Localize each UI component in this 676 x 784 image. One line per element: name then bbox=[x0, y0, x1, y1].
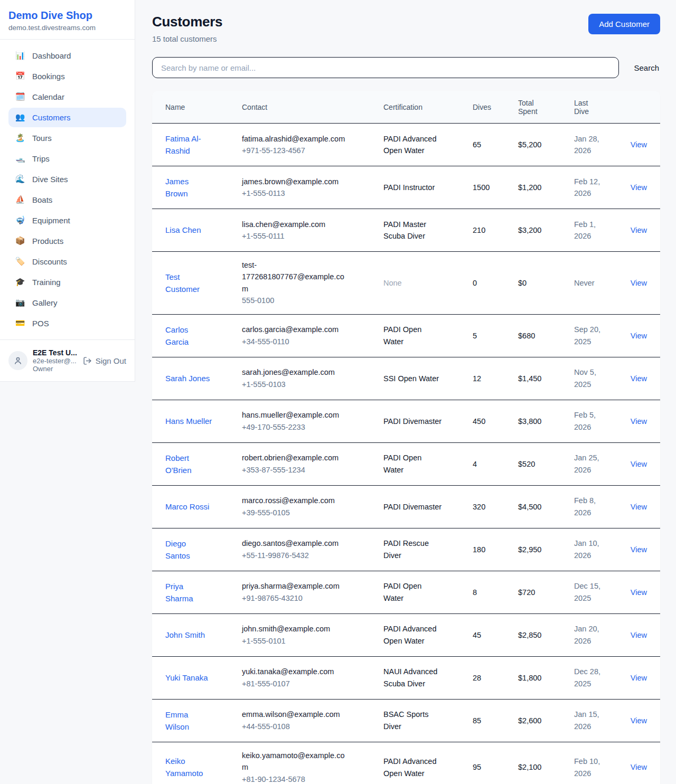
dives-cell: 180 bbox=[473, 536, 518, 563]
graduation-cap-icon: 🎓 bbox=[15, 278, 25, 286]
view-customer-link[interactable]: View bbox=[631, 279, 647, 287]
customer-name-link[interactable]: Sarah Jones bbox=[165, 372, 210, 384]
name-cell: Diego Santos bbox=[165, 530, 242, 570]
sidebar-item-label: Customers bbox=[32, 113, 71, 122]
name-cell: Fatima Al-Rashid bbox=[165, 125, 242, 165]
sidebar-item-boats[interactable]: ⛵Boats bbox=[8, 190, 126, 210]
total-spent-cell: $5,200 bbox=[518, 131, 574, 158]
sidebar-item-calendar[interactable]: 🗓️Calendar bbox=[8, 87, 126, 107]
search-button[interactable]: Search bbox=[633, 60, 660, 75]
customer-name-link[interactable]: Test Customer bbox=[165, 271, 212, 296]
view-customer-link[interactable]: View bbox=[631, 631, 647, 639]
view-customer-link[interactable]: View bbox=[631, 374, 647, 383]
customer-name-link[interactable]: Marco Rossi bbox=[165, 500, 209, 513]
certification-cell: PADI Divemaster bbox=[383, 408, 473, 434]
total-spent-cell: $2,850 bbox=[518, 622, 574, 648]
view-customer-link[interactable]: View bbox=[631, 417, 647, 426]
customer-name-link[interactable]: Robert O'Brien bbox=[165, 452, 212, 477]
customer-name-link[interactable]: Diego Santos bbox=[165, 537, 212, 562]
table-row: Keiko Yamamotokeiko.yamamoto@example.com… bbox=[152, 742, 660, 784]
view-cell: View bbox=[630, 494, 647, 520]
sidebar-item-bookings[interactable]: 📅Bookings bbox=[8, 67, 126, 86]
sidebar-item-tours[interactable]: 🏝️Tours bbox=[8, 128, 126, 148]
user-footer: E2E Test U... e2e-tester@... Owner Sign … bbox=[0, 339, 135, 381]
customer-name-link[interactable]: John Smith bbox=[165, 629, 205, 641]
customer-phone: +1-555-0103 bbox=[242, 379, 375, 390]
motorboat-icon: 🛥️ bbox=[15, 155, 25, 163]
customer-name-link[interactable]: Fatima Al-Rashid bbox=[165, 133, 212, 157]
last-dive-value: Feb 10, 2026 bbox=[574, 755, 608, 779]
view-customer-link[interactable]: View bbox=[631, 460, 647, 468]
table-row: Fatima Al-Rashidfatima.alrashid@example.… bbox=[152, 124, 660, 166]
customer-email: sarah.jones@example.com bbox=[242, 366, 335, 378]
view-customer-link[interactable]: View bbox=[631, 503, 647, 511]
customer-email: diego.santos@example.com bbox=[242, 537, 339, 549]
sidebar-item-discounts[interactable]: 🏷️Discounts bbox=[8, 252, 126, 271]
view-cell: View bbox=[630, 754, 647, 780]
dives-cell: 5 bbox=[473, 323, 518, 349]
certification-cell: PADI Open Water bbox=[383, 573, 473, 611]
total-spent-cell: $2,950 bbox=[518, 536, 574, 563]
customer-email: carlos.garcia@example.com bbox=[242, 324, 339, 335]
sidebar-item-dashboard[interactable]: 📊Dashboard bbox=[8, 46, 126, 65]
customer-name-link[interactable]: Carlos Garcia bbox=[165, 324, 212, 348]
sign-out-button[interactable]: Sign Out bbox=[83, 356, 126, 365]
sidebar-item-gallery[interactable]: 📷Gallery bbox=[8, 293, 126, 313]
person-icon bbox=[13, 356, 23, 365]
last-dive-value: Jan 28, 2026 bbox=[574, 133, 608, 157]
customer-name-link[interactable]: Keiko Yamamoto bbox=[165, 755, 212, 780]
sidebar-item-customers[interactable]: 👥Customers bbox=[8, 108, 126, 127]
last-dive-value: Feb 5, 2026 bbox=[574, 409, 608, 433]
customer-phone: +1-555-0101 bbox=[242, 635, 375, 647]
last-dive-value: Never bbox=[574, 277, 595, 289]
certification-value: PADI Advanced Open Water bbox=[383, 623, 444, 647]
customer-name-link[interactable]: Emma Wilson bbox=[165, 709, 212, 733]
view-customer-link[interactable]: View bbox=[631, 588, 647, 597]
total-spent-cell: $520 bbox=[518, 451, 574, 477]
customer-name-link[interactable]: James Brown bbox=[165, 175, 212, 200]
view-customer-link[interactable]: View bbox=[631, 674, 647, 682]
view-customer-link[interactable]: View bbox=[631, 545, 647, 554]
customer-name-link[interactable]: Priya Sharma bbox=[165, 580, 212, 605]
last-dive-value: Dec 28, 2025 bbox=[574, 666, 608, 689]
view-customer-link[interactable]: View bbox=[631, 226, 647, 234]
app-root: Demo Dive Shop demo.test.divestreams.com… bbox=[0, 0, 676, 784]
sidebar-item-dive-sites[interactable]: 🌊Dive Sites bbox=[8, 169, 126, 189]
view-customer-link[interactable]: View bbox=[631, 332, 647, 340]
add-customer-button[interactable]: Add Customer bbox=[588, 14, 660, 34]
search-input[interactable] bbox=[152, 57, 619, 78]
title-block: Customers 15 total customers bbox=[152, 14, 222, 43]
contact-cell: james.brown@example.com+1-555-0113 bbox=[242, 168, 383, 207]
last-dive-cell: Jan 28, 2026 bbox=[574, 126, 630, 164]
view-customer-link[interactable]: View bbox=[631, 763, 647, 771]
column-header-actions bbox=[630, 97, 647, 118]
certification-value: PADI Open Water bbox=[383, 452, 444, 476]
table-row: Robert O'Brienrobert.obrien@example.com+… bbox=[152, 443, 660, 486]
total-spent-cell: $0 bbox=[518, 270, 574, 296]
customer-phone: +81-90-1234-5678 bbox=[242, 773, 375, 784]
wave-icon: 🌊 bbox=[15, 175, 25, 183]
view-customer-link[interactable]: View bbox=[631, 183, 647, 192]
customer-name-link[interactable]: Yuki Tanaka bbox=[165, 672, 208, 684]
name-cell: Marco Rossi bbox=[165, 493, 242, 520]
sidebar-item-pos[interactable]: 💳POS bbox=[8, 314, 126, 333]
customer-email: john.smith@example.com bbox=[242, 623, 330, 635]
name-cell: James Brown bbox=[165, 168, 242, 207]
sidebar-item-products[interactable]: 📦Products bbox=[8, 231, 126, 251]
total-spent-cell: $3,200 bbox=[518, 217, 574, 243]
customer-name-link[interactable]: Hans Mueller bbox=[165, 415, 212, 427]
last-dive-cell: Feb 5, 2026 bbox=[574, 402, 630, 440]
total-spent-cell: $720 bbox=[518, 579, 574, 606]
shop-name[interactable]: Demo Dive Shop bbox=[8, 10, 126, 22]
customer-name-link[interactable]: Lisa Chen bbox=[165, 224, 201, 236]
contact-cell: diego.santos@example.com+55-11-99876-543… bbox=[242, 530, 383, 569]
sidebar-item-equipment[interactable]: 🤿Equipment bbox=[8, 211, 126, 230]
view-cell: View bbox=[630, 408, 647, 434]
view-customer-link[interactable]: View bbox=[631, 716, 647, 725]
total-spent-cell: $4,500 bbox=[518, 494, 574, 520]
sidebar-item-label: Boats bbox=[32, 195, 52, 204]
sidebar-item-training[interactable]: 🎓Training bbox=[8, 272, 126, 292]
view-customer-link[interactable]: View bbox=[631, 140, 647, 149]
sidebar-item-trips[interactable]: 🛥️Trips bbox=[8, 149, 126, 168]
table-row: John Smithjohn.smith@example.com+1-555-0… bbox=[152, 614, 660, 657]
